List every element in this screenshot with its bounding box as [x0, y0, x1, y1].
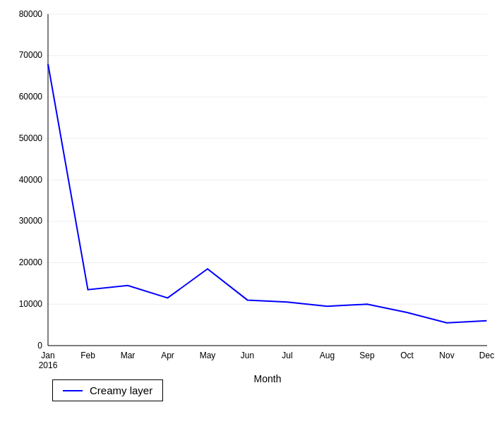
x-label-jun: Jun [241, 351, 254, 360]
y-tick-60000: 60000 [19, 92, 43, 102]
legend-line-creamy [63, 390, 83, 391]
chart-svg: 0 10000 20000 30000 40000 50000 60000 70… [0, 0, 504, 438]
y-tick-0: 0 [37, 341, 42, 351]
x-label-apr: Apr [161, 351, 174, 360]
y-tick-80000: 80000 [19, 9, 43, 19]
y-tick-50000: 50000 [19, 133, 43, 143]
x-label-2016: 2016 [39, 360, 58, 370]
y-tick-70000: 70000 [19, 50, 43, 60]
x-label-dec: Dec [479, 351, 494, 360]
y-tick-30000: 30000 [19, 216, 43, 226]
chart-legend: Creamy layer [52, 379, 163, 401]
x-label-nov: Nov [439, 351, 454, 360]
x-label-jan: Jan [41, 351, 54, 360]
y-tick-40000: 40000 [19, 175, 43, 185]
x-label-aug: Aug [320, 351, 335, 360]
y-tick-10000: 10000 [19, 299, 43, 309]
y-tick-20000: 20000 [19, 257, 43, 267]
x-label-oct: Oct [400, 351, 414, 360]
x-label-may: May [200, 351, 216, 360]
x-label-sep: Sep [359, 351, 375, 360]
x-axis-label: Month [254, 373, 282, 384]
chart-container: 0 10000 20000 30000 40000 50000 60000 70… [0, 0, 504, 438]
x-label-mar: Mar [121, 351, 136, 360]
x-label-feb: Feb [80, 351, 95, 360]
legend-label-creamy: Creamy layer [90, 384, 152, 396]
x-label-jul: Jul [282, 351, 292, 360]
